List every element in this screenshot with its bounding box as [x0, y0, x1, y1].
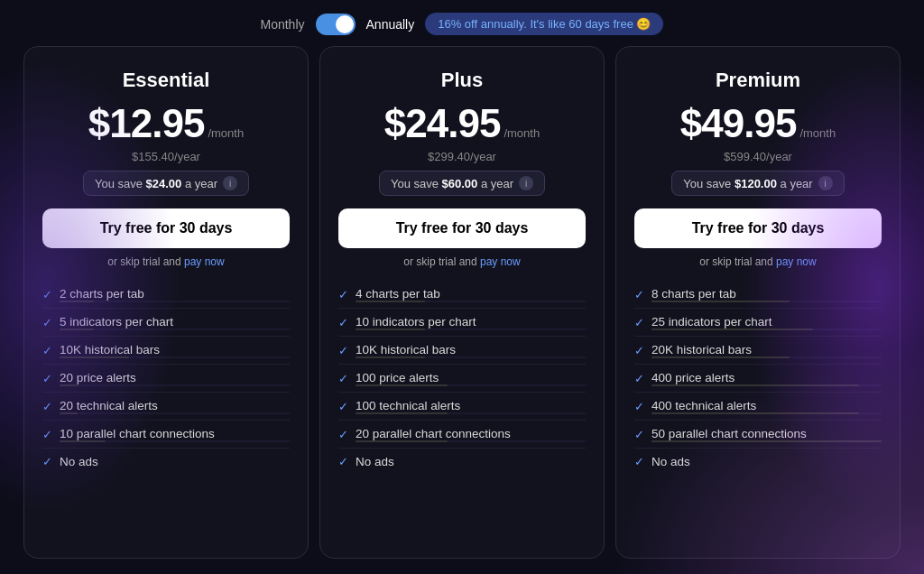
feature-bar-plus-1	[356, 329, 586, 330]
feature-text-premium-0: 8 charts per tab	[651, 287, 736, 301]
features-list-essential: ✓ 2 charts per tab ✓ 5 indicators per ch…	[42, 281, 290, 543]
monthly-label: Monthly	[261, 17, 305, 32]
feature-item-premium-1: ✓ 25 indicators per chart	[634, 309, 882, 337]
feature-text-premium-4: 400 technical alerts	[651, 399, 756, 412]
check-icon-plus-1: ✓	[338, 316, 348, 329]
feature-bar-premium-2	[651, 356, 882, 358]
feature-text-plus-0: 4 charts per tab	[356, 287, 440, 301]
toggle-knob	[336, 15, 354, 33]
check-icon-premium-0: ✓	[634, 288, 644, 301]
feature-bar-premium-1	[651, 329, 882, 330]
check-icon-premium-2: ✓	[634, 344, 644, 357]
check-icon-plus-4: ✓	[338, 400, 348, 413]
check-icon-plus-3: ✓	[338, 372, 348, 385]
check-icon-premium-3: ✓	[634, 372, 644, 385]
plan-name-premium: Premium	[634, 69, 882, 92]
check-icon-essential-4: ✓	[42, 400, 52, 413]
feature-bar-essential-1	[60, 329, 290, 330]
feature-item-premium-4: ✓ 400 technical alerts	[634, 393, 882, 421]
feature-item-essential-4: ✓ 20 technical alerts	[42, 393, 290, 421]
feature-text-premium-3: 400 price alerts	[651, 371, 735, 384]
feature-item-essential-5: ✓ 10 parallel chart connections	[42, 421, 290, 449]
feature-item-essential-6: ✓ No ads	[42, 449, 290, 474]
check-icon-plus-6: ✓	[338, 455, 348, 468]
check-icon-premium-6: ✓	[634, 455, 644, 468]
plan-name-essential: Essential	[42, 69, 290, 92]
feature-item-plus-3: ✓ 100 price alerts	[338, 365, 586, 393]
feature-item-premium-0: ✓ 8 charts per tab	[634, 281, 882, 309]
feature-bar-plus-5	[356, 440, 586, 442]
feature-text-essential-5: 10 parallel chart connections	[60, 427, 215, 440]
check-icon-plus-5: ✓	[338, 428, 348, 441]
feature-text-essential-3: 20 price alerts	[60, 371, 136, 384]
skip-trial-essential: or skip trial and pay now	[42, 255, 290, 268]
discount-badge: 16% off annually. It's like 60 days free…	[425, 13, 663, 35]
pay-now-link-essential[interactable]: pay now	[184, 255, 225, 268]
plans-container: Essential $12.95 /month $155.40/year You…	[0, 46, 924, 573]
feature-text-plus-2: 10K historical bars	[356, 343, 456, 356]
plan-name-plus: Plus	[338, 69, 586, 92]
plan-price-premium: $49.95	[680, 101, 797, 146]
plan-price-row-premium: $49.95 /month	[634, 101, 882, 146]
feature-bar-plus-4	[356, 412, 586, 414]
annually-label: Annually	[366, 17, 415, 32]
feature-bar-plus-2	[356, 356, 586, 358]
feature-bar-premium-5	[651, 440, 882, 442]
feature-item-plus-0: ✓ 4 charts per tab	[338, 281, 586, 309]
savings-text-premium: You save $120.00 a year	[683, 177, 812, 190]
feature-item-plus-6: ✓ No ads	[338, 449, 586, 474]
plan-card-essential: Essential $12.95 /month $155.40/year You…	[23, 46, 309, 559]
plan-yearly-plus: $299.40/year	[338, 150, 586, 163]
pay-now-link-plus[interactable]: pay now	[480, 255, 521, 268]
feature-text-plus-6: No ads	[356, 455, 394, 468]
savings-info-icon-premium[interactable]: i	[818, 176, 833, 190]
feature-item-premium-3: ✓ 400 price alerts	[634, 365, 882, 393]
savings-info-icon-essential[interactable]: i	[223, 176, 237, 190]
feature-bar-essential-5	[60, 440, 290, 442]
feature-item-essential-2: ✓ 10K historical bars	[42, 337, 290, 365]
plan-yearly-premium: $599.40/year	[634, 150, 882, 163]
try-btn-plus[interactable]: Try free for 30 days	[338, 208, 586, 248]
savings-info-icon-plus[interactable]: i	[519, 176, 533, 190]
skip-trial-plus: or skip trial and pay now	[338, 255, 586, 268]
check-icon-essential-0: ✓	[42, 288, 52, 301]
plan-yearly-essential: $155.40/year	[42, 150, 290, 163]
feature-item-plus-4: ✓ 100 technical alerts	[338, 393, 586, 421]
feature-bar-essential-3	[60, 384, 290, 386]
feature-text-plus-5: 20 parallel chart connections	[356, 427, 511, 440]
feature-text-premium-6: No ads	[651, 455, 690, 468]
feature-text-plus-1: 10 indicators per chart	[356, 315, 476, 329]
billing-toggle-switch[interactable]	[316, 14, 356, 35]
feature-item-plus-2: ✓ 10K historical bars	[338, 337, 586, 365]
pay-now-link-premium[interactable]: pay now	[776, 255, 817, 268]
plan-per-month-plus: /month	[504, 126, 540, 140]
check-icon-premium-4: ✓	[634, 400, 644, 413]
plan-per-month-premium: /month	[799, 126, 836, 140]
discount-text: 16% off annually. It's like 60 days free…	[438, 17, 651, 31]
check-icon-essential-2: ✓	[42, 344, 52, 357]
feature-bar-premium-0	[651, 301, 882, 302]
plan-price-plus: $24.95	[384, 101, 501, 146]
plan-savings-essential: You save $24.00 a year i	[83, 171, 249, 196]
feature-item-plus-1: ✓ 10 indicators per chart	[338, 309, 586, 337]
try-btn-essential[interactable]: Try free for 30 days	[42, 208, 290, 248]
feature-text-premium-2: 20K historical bars	[651, 343, 752, 356]
plan-per-month-essential: /month	[208, 126, 244, 140]
feature-text-premium-5: 50 parallel chart connections	[651, 427, 807, 440]
plan-price-row-essential: $12.95 /month	[42, 101, 290, 146]
feature-bar-premium-4	[651, 412, 882, 414]
feature-text-essential-2: 10K historical bars	[60, 343, 160, 356]
features-list-plus: ✓ 4 charts per tab ✓ 10 indicators per c…	[338, 281, 586, 543]
check-icon-essential-5: ✓	[42, 428, 52, 441]
feature-text-essential-1: 5 indicators per chart	[60, 315, 173, 329]
feature-text-essential-4: 20 technical alerts	[60, 399, 158, 412]
try-btn-premium[interactable]: Try free for 30 days	[634, 208, 882, 248]
plan-savings-plus: You save $60.00 a year i	[379, 171, 545, 196]
feature-bar-essential-0	[60, 301, 290, 302]
plan-price-row-plus: $24.95 /month	[338, 101, 586, 146]
check-icon-plus-2: ✓	[338, 344, 348, 357]
feature-item-plus-5: ✓ 20 parallel chart connections	[338, 421, 586, 449]
check-icon-plus-0: ✓	[338, 288, 348, 301]
feature-bar-plus-0	[356, 301, 586, 302]
check-icon-premium-1: ✓	[634, 316, 644, 329]
